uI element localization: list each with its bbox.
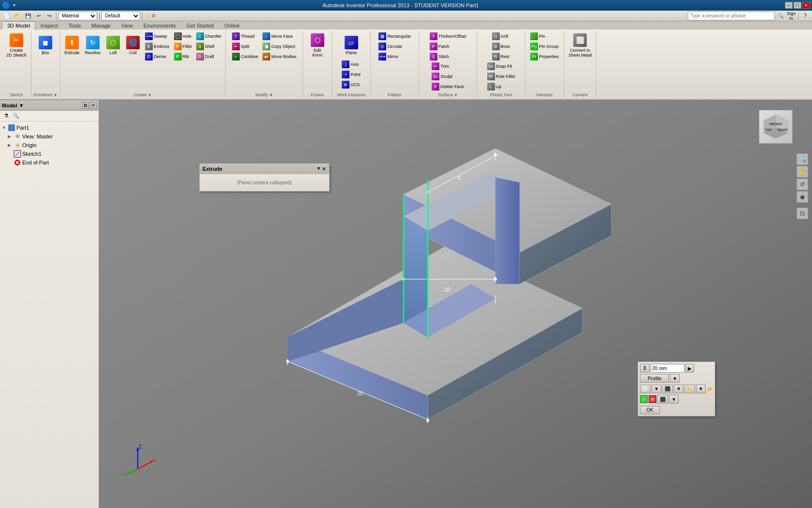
box-button[interactable]: ◼ Box xyxy=(36,31,55,60)
material-dropdown[interactable]: Material xyxy=(58,12,97,20)
mirror-button[interactable]: ⟺ Mirror xyxy=(377,52,413,61)
boss-button[interactable]: B Boss xyxy=(490,42,512,51)
app-menu-btn[interactable]: ▼ xyxy=(12,3,16,8)
close-button[interactable]: ✕ xyxy=(802,2,810,9)
view-expand[interactable]: ▶ xyxy=(8,134,13,139)
look-at-button[interactable]: ◉ xyxy=(797,191,808,203)
snap-fit-button[interactable]: Sn Snap Fit xyxy=(485,61,517,71)
tree-item-origin[interactable]: ▶ ⊕ Origin xyxy=(8,141,97,149)
origin-expand[interactable]: ▶ xyxy=(8,143,13,148)
open-button[interactable]: 📂 xyxy=(13,12,22,20)
extrude-mode-dropdown3[interactable]: ▼ xyxy=(696,385,706,393)
search-panel-button[interactable]: 🔍 xyxy=(12,112,20,120)
extrude-direction-btn[interactable]: ⇕ xyxy=(640,364,650,373)
chamfer-button[interactable]: C Chamfer xyxy=(194,31,224,41)
move-face-button[interactable]: ↕ Move Face xyxy=(261,31,298,41)
coil-button[interactable]: 🌀 Coil xyxy=(123,31,143,60)
sign-in-button[interactable]: Sign In xyxy=(786,12,796,20)
rest-button[interactable]: R Rest xyxy=(490,52,512,61)
panel-close-button[interactable]: ✕ xyxy=(90,102,97,109)
edit-form-button[interactable]: ⬡ EditForm xyxy=(308,31,327,60)
pin-group-button[interactable]: Pg Pin Group xyxy=(528,42,561,51)
revolve-button[interactable]: ↻ Revolve xyxy=(83,31,103,60)
tree-item-part1[interactable]: ▼ Part1 xyxy=(2,123,97,132)
draft-button[interactable]: D Draft xyxy=(194,52,224,61)
new-button[interactable]: 📄 xyxy=(2,12,12,20)
tab-manage[interactable]: Manage xyxy=(86,21,116,30)
minimize-button[interactable]: ─ xyxy=(785,2,793,9)
trim-button[interactable]: ✂ Trim xyxy=(430,61,466,71)
tree-item-sketch1[interactable]: Sketch1 xyxy=(8,149,97,158)
properties-button[interactable]: Pr Properties xyxy=(528,52,561,61)
zoom-button[interactable]: 🔍 xyxy=(797,153,808,165)
tab-environments[interactable]: Environments xyxy=(138,21,181,30)
fillet-button[interactable]: F Fillet xyxy=(172,42,194,51)
hole-button[interactable]: ◯ Hole xyxy=(172,31,194,41)
extrude-distance-input[interactable] xyxy=(651,364,684,373)
profile-dropdown[interactable]: Default xyxy=(102,12,140,20)
sweep-button[interactable]: ⟿ Sweep xyxy=(143,31,172,41)
split-button[interactable]: ✂ Split xyxy=(230,42,260,51)
axis-button[interactable]: | Axis xyxy=(340,60,362,69)
panel-pin-button[interactable]: ⊠ xyxy=(82,102,89,109)
delete-face-button[interactable]: ✕ Delete Face xyxy=(430,82,466,91)
extrude-arrow-btn[interactable]: ▶ xyxy=(685,364,694,373)
tree-item-end-of-part[interactable]: End of Part xyxy=(8,158,97,167)
redo-button[interactable]: ↪ xyxy=(44,12,54,20)
extrude-more-btn[interactable]: ⬛ xyxy=(657,395,668,403)
lip-button[interactable]: L Lip xyxy=(485,82,517,91)
tab-get-started[interactable]: Get Started xyxy=(181,21,219,30)
circular-button[interactable]: ◎ Circular xyxy=(377,42,413,51)
extrude-profile-dropdown[interactable]: ▼ xyxy=(670,374,680,383)
emboss-button[interactable]: E Emboss xyxy=(143,42,172,51)
tab-inspect[interactable]: Inspect xyxy=(35,21,63,30)
loft-button[interactable]: ⬡ Loft xyxy=(103,31,123,60)
convert-sheet-metal-button[interactable]: ⬜ Convert toSheet Metal xyxy=(566,31,594,60)
tree-item-view-master[interactable]: ▶ 👁 View: Master xyxy=(8,132,97,141)
tab-3d-model[interactable]: 3D Model xyxy=(2,21,35,30)
grill-button[interactable]: G Grill xyxy=(490,31,512,41)
tab-view[interactable]: View xyxy=(116,21,138,30)
pin-button[interactable]: 📌 Pin xyxy=(528,31,561,41)
part1-expand[interactable]: ▼ xyxy=(2,125,7,130)
pan-button[interactable]: ✋ xyxy=(797,166,808,178)
extrude-more-dropdown[interactable]: ▼ xyxy=(669,395,679,403)
extrude-button[interactable]: ⬆ Extrude xyxy=(62,31,82,60)
derive-button[interactable]: D Derive xyxy=(143,52,172,61)
ucs-button[interactable]: ⊕ UCS xyxy=(340,80,362,90)
filter-button[interactable]: ⚗ xyxy=(2,112,11,120)
maximize-button[interactable]: □ xyxy=(794,2,801,9)
thicken-offset-button[interactable]: T Thicken/Offset xyxy=(428,31,468,41)
extrude-mode-btn2[interactable]: ⬛ xyxy=(662,385,673,393)
search-button[interactable]: 🔍 xyxy=(776,12,785,20)
patch-button[interactable]: P Patch xyxy=(428,42,468,51)
extrude-mode-btn3[interactable]: 📐 xyxy=(684,385,695,393)
plane-button[interactable]: ▱ Plane xyxy=(342,31,361,60)
rib-button[interactable]: R Rib xyxy=(172,52,194,61)
point-button[interactable]: • Point xyxy=(340,70,362,79)
tab-tools[interactable]: Tools xyxy=(63,21,87,30)
extrude-panel-collapse-btn[interactable]: ▼ xyxy=(317,166,321,172)
search-input[interactable] xyxy=(688,12,775,20)
help-button[interactable]: ? xyxy=(800,12,810,20)
combine-button[interactable]: + Combine xyxy=(230,52,260,61)
save-button[interactable]: 💾 xyxy=(23,12,33,20)
thread-button[interactable]: T Thread xyxy=(230,31,260,41)
stitch-button[interactable]: S Stitch xyxy=(428,52,468,61)
model-dropdown[interactable]: Model ▼ xyxy=(2,103,24,108)
sculpt-button[interactable]: Sc Sculpt xyxy=(430,72,466,81)
orbit-button[interactable]: ↺ xyxy=(797,179,808,190)
move-bodies-button[interactable]: ⇄ Move Bodies xyxy=(261,52,298,61)
rectangular-button[interactable]: ▦ Rectangular xyxy=(377,31,413,41)
shell-button[interactable]: S Shell xyxy=(194,42,224,51)
extrude-ok-button[interactable]: OK xyxy=(640,406,659,414)
undo-button[interactable]: ↩ xyxy=(34,12,44,20)
extrude-panel-close-btn[interactable]: ✕ xyxy=(322,166,326,172)
extrude-mode-dropdown2[interactable]: ▼ xyxy=(674,385,683,393)
view-cube[interactable]: FRONT RIGHT TOP xyxy=(759,110,793,144)
extrude-mode-dropdown1[interactable]: ▼ xyxy=(652,385,661,393)
extrude-confirm-button[interactable]: ✓ xyxy=(640,395,648,403)
create-2d-sketch-button[interactable]: ✏ Create2D Sketch xyxy=(4,31,29,60)
rule-fillet-button[interactable]: Rf Rule Fillet xyxy=(485,72,517,81)
tab-online[interactable]: Online xyxy=(219,21,245,30)
